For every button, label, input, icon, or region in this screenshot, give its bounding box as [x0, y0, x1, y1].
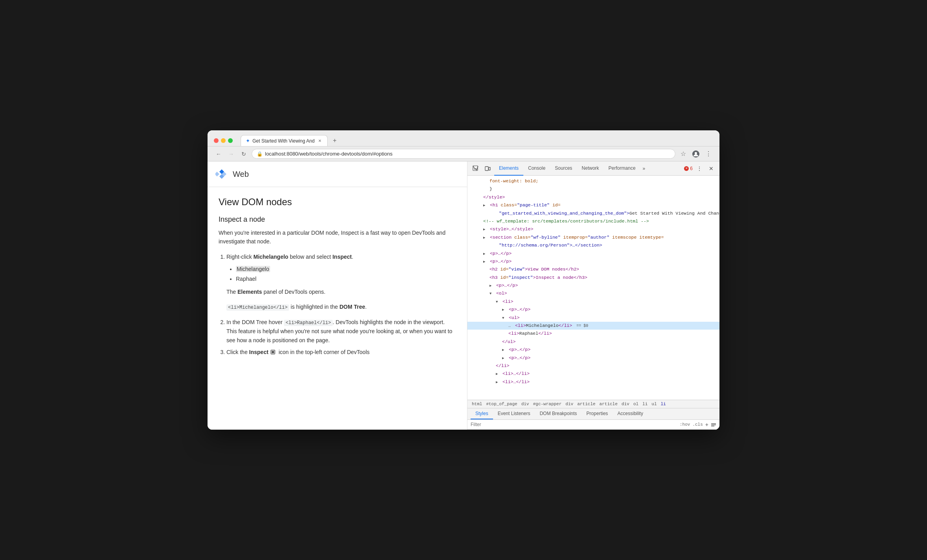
expand-icon[interactable]: ▶: [483, 259, 487, 265]
dom-line[interactable]: </ul>: [467, 338, 719, 346]
dom-line-text: </style>: [483, 195, 505, 200]
close-window-button[interactable]: [214, 138, 219, 143]
active-tab[interactable]: ✦ Get Started With Viewing And ✕: [241, 135, 328, 146]
dom-line[interactable]: ▼ <ol>: [467, 289, 719, 297]
breadcrumb-ol[interactable]: ol: [632, 401, 640, 407]
breadcrumb-ul[interactable]: ul: [651, 401, 658, 407]
devtools-toolbar: Elements Console Sources Network Perform…: [467, 161, 719, 176]
tab-styles[interactable]: Styles: [471, 408, 493, 419]
tab-dom-breakpoints[interactable]: DOM Breakpoints: [535, 408, 582, 419]
elements-bold: Elements: [237, 289, 262, 295]
minimize-window-button[interactable]: [221, 138, 226, 143]
dom-line[interactable]: "http://schema.org/Person">…</section>: [467, 241, 719, 249]
forward-button[interactable]: →: [226, 149, 236, 159]
tab-event-listeners[interactable]: Event Listeners: [493, 408, 535, 419]
dom-line[interactable]: ▶ <p>…</p>: [467, 282, 719, 289]
dom-line[interactable]: ▶ <p>…</p>: [467, 250, 719, 258]
tab-network[interactable]: Network: [577, 161, 604, 176]
expand-icon[interactable]: ▶: [483, 235, 487, 241]
dom-line[interactable]: <h2 id="view">View DOM nodes</h2>: [467, 265, 719, 273]
breadcrumb-li-2[interactable]: li: [660, 401, 667, 407]
dom-line[interactable]: ▶ <p>…</p>: [467, 258, 719, 265]
new-style-rule-icon[interactable]: [711, 422, 716, 427]
tab-favicon-icon: ✦: [246, 138, 250, 144]
dom-line[interactable]: <!-- wf_template: src/templates/contribu…: [467, 217, 719, 225]
breadcrumb-gc-wrapper[interactable]: #gc-wrapper: [532, 401, 563, 407]
dom-line[interactable]: ▶ <li>…</li>: [467, 378, 719, 386]
more-tabs-button[interactable]: »: [640, 166, 648, 171]
inspect-element-icon[interactable]: [471, 163, 481, 174]
add-style-button[interactable]: +: [705, 421, 708, 428]
dom-line[interactable]: ▶ <li>…</li>: [467, 370, 719, 378]
tab-properties[interactable]: Properties: [582, 408, 613, 419]
expand-icon[interactable]: ▶: [496, 371, 500, 377]
devtools-close-icon[interactable]: ✕: [706, 163, 716, 174]
expand-icon[interactable]: ▶: [502, 356, 506, 361]
new-tab-button[interactable]: +: [329, 135, 340, 146]
instructions-list: Right-click Michelangelo below and selec…: [219, 252, 456, 357]
breadcrumb-div-1[interactable]: div: [520, 401, 530, 407]
tab-performance[interactable]: Performance: [604, 161, 640, 176]
panel-suffix: panel of DevTools opens.: [262, 289, 325, 295]
maximize-window-button[interactable]: [228, 138, 233, 143]
tab-elements[interactable]: Elements: [494, 161, 523, 176]
dom-line[interactable]: font-weight: bold;: [467, 177, 719, 185]
devtools-settings-icon[interactable]: ⋮: [694, 163, 705, 174]
cls-pseudo-filter[interactable]: .cls: [692, 422, 703, 427]
bookmark-icon[interactable]: ☆: [679, 149, 688, 159]
reload-button[interactable]: ↻: [239, 149, 248, 159]
filter-input[interactable]: [471, 422, 677, 427]
hover-pseudo-filter[interactable]: :hov: [680, 422, 690, 427]
code-li-michelangelo: <li>Michelangelo</li>: [226, 304, 289, 311]
toolbar-icons: ☆ ⋮: [679, 149, 713, 159]
dom-line-michelangelo[interactable]: … <li>Michelangelo</li> == $0: [467, 322, 719, 330]
dom-line[interactable]: }: [467, 185, 719, 193]
svg-point-1: [695, 152, 697, 154]
dom-tree[interactable]: font-weight: bold; } </style> ▶ <h1 clas…: [467, 176, 719, 400]
tab-console[interactable]: Console: [523, 161, 550, 176]
expand-icon[interactable]: ▶: [489, 283, 493, 289]
tab-sources[interactable]: Sources: [550, 161, 577, 176]
menu-icon[interactable]: ⋮: [704, 149, 713, 159]
breadcrumb-html[interactable]: html: [471, 401, 483, 407]
dom-line[interactable]: </style>: [467, 193, 719, 201]
expand-icon[interactable]: ▼: [496, 299, 500, 305]
dom-line[interactable]: <li>Raphael</li>: [467, 330, 719, 337]
breadcrumb-li-1[interactable]: li: [641, 401, 649, 407]
dom-line[interactable]: ▼ <ul>: [467, 314, 719, 322]
dom-line[interactable]: ▶ <p>…</p>: [467, 306, 719, 313]
breadcrumb-div-2[interactable]: div: [564, 401, 575, 407]
dom-line[interactable]: </li>: [467, 362, 719, 370]
url-text: localhost:8080/web/tools/chrome-devtools…: [265, 151, 670, 157]
dom-line[interactable]: ▶ <p>…</p>: [467, 346, 719, 354]
dom-line-text: <p>…</p>: [509, 355, 530, 360]
expand-icon[interactable]: ▼: [489, 291, 493, 297]
back-button[interactable]: ←: [214, 149, 223, 159]
breadcrumb-top-of-page[interactable]: #top_of_page: [485, 401, 518, 407]
dom-line[interactable]: ▼ <li>: [467, 298, 719, 306]
breadcrumb-article-1[interactable]: article: [576, 401, 597, 407]
dom-line[interactable]: ▶ <p>…</p>: [467, 354, 719, 362]
error-icon: ✕: [684, 166, 689, 171]
expand-icon[interactable]: ▶: [496, 380, 500, 385]
breadcrumb-article-2[interactable]: article: [598, 401, 619, 407]
tab-accessibility[interactable]: Accessibility: [613, 408, 648, 419]
dom-line[interactable]: ▶ <style>…</style>: [467, 225, 719, 233]
expand-icon[interactable]: ▶: [502, 347, 506, 353]
device-toggle-icon[interactable]: [482, 163, 493, 174]
address-bar[interactable]: 🔒 localhost:8080/web/tools/chrome-devtoo…: [252, 149, 675, 159]
dom-line[interactable]: <h3 id="inspect">Inspect a node</h3>: [467, 274, 719, 282]
dom-line[interactable]: ▶ <section class="wf-byline" itemprop="a…: [467, 234, 719, 241]
expand-icon[interactable]: ▶: [502, 307, 506, 313]
main-area: Web View DOM nodes Inspect a node When y…: [208, 161, 719, 430]
web-site-title: Web: [233, 170, 249, 179]
account-icon[interactable]: [691, 149, 701, 159]
dom-line[interactable]: "get_started_with_viewing_and_changing_t…: [467, 210, 719, 217]
expand-icon[interactable]: ▶: [483, 251, 487, 257]
expand-icon[interactable]: ▶: [483, 227, 487, 232]
breadcrumb-div-3[interactable]: div: [620, 401, 630, 407]
expand-icon[interactable]: ▼: [502, 315, 506, 321]
expand-icon[interactable]: ▶: [483, 203, 487, 208]
tab-close-button[interactable]: ✕: [317, 138, 323, 144]
dom-line[interactable]: ▶ <h1 class="page-title" id=: [467, 201, 719, 209]
